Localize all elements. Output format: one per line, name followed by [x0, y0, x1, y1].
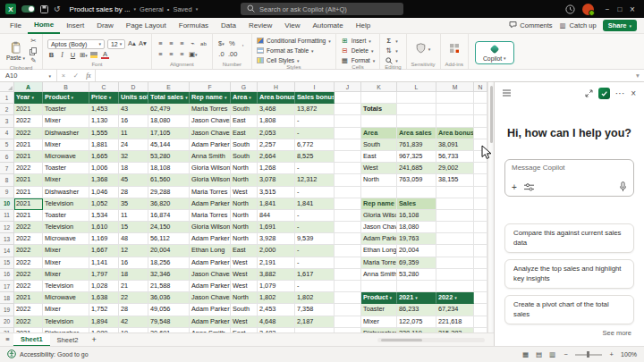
cell-E7[interactable]: 18,108	[148, 163, 190, 174]
cell-J12[interactable]	[335, 222, 361, 233]
cell-A7[interactable]: 2022	[14, 163, 43, 174]
enter-icon[interactable]: ✓	[70, 72, 82, 80]
cut-icon[interactable]: ✂	[30, 37, 38, 46]
cell-K8[interactable]: North	[361, 174, 397, 186]
sheet-tab-sheet2[interactable]: Sheet2	[50, 333, 86, 347]
copilot-input[interactable]: Message Copilot +	[504, 159, 634, 197]
cell-G9[interactable]: West	[231, 187, 258, 198]
cell-J18[interactable]	[335, 292, 361, 304]
cell-M12[interactable]	[436, 222, 474, 233]
cell-I16[interactable]: 1,617	[295, 269, 335, 281]
cell-F4[interactable]: Jason Chavez	[190, 128, 231, 139]
cell-D16[interactable]: 18	[119, 269, 148, 281]
cell-H16[interactable]: 3,882	[258, 269, 295, 281]
cell-E19[interactable]: 49,056	[148, 304, 190, 316]
cell-K18[interactable]: Product	[361, 292, 397, 304]
cell-N9[interactable]	[474, 187, 487, 198]
cell-L2[interactable]	[397, 104, 436, 115]
cell-D4[interactable]: 11	[119, 128, 148, 139]
cell-L14[interactable]: 20,004	[397, 245, 436, 257]
cell-D18[interactable]: 22	[119, 292, 148, 304]
row-header-16[interactable]: 16	[0, 269, 14, 281]
cell-H5[interactable]: 2,257	[258, 139, 295, 151]
cell-F16[interactable]: Jason Chavez	[190, 269, 231, 281]
cell-H2[interactable]: 3,468	[258, 104, 295, 115]
cell-N8[interactable]	[474, 174, 487, 186]
cell-F10[interactable]: Adam Parker	[190, 198, 231, 210]
sort-filter-icon[interactable]: ⇅	[385, 46, 393, 55]
autosave-toggle[interactable]	[21, 5, 35, 13]
cell-I6[interactable]: 8,525	[295, 151, 335, 163]
column-header-C[interactable]: C	[89, 82, 119, 92]
align-center-icon[interactable]: ≡	[167, 50, 175, 59]
formula-input[interactable]	[95, 70, 631, 81]
format-painter-icon[interactable]: ✎	[30, 56, 38, 65]
cell-N18[interactable]	[474, 292, 487, 304]
cell-G5[interactable]: South	[231, 139, 258, 151]
cell-G20[interactable]: West	[231, 316, 258, 328]
cell-M19[interactable]: 67,234	[436, 304, 474, 316]
cell-E11[interactable]: 16,874	[148, 210, 190, 222]
cell-C1[interactable]: Price	[89, 92, 119, 104]
cell-K12[interactable]: Jason Chavez	[361, 222, 397, 233]
merge-center-icon[interactable]: ▣▾	[189, 50, 198, 59]
cell-K4[interactable]: Area	[361, 128, 397, 139]
cell-J8[interactable]	[335, 174, 361, 186]
cell-E15[interactable]: 18,256	[148, 257, 190, 269]
cell-K2[interactable]: Totals	[361, 104, 397, 115]
save-icon[interactable]	[40, 5, 48, 13]
cell-A8[interactable]: 2021	[14, 174, 43, 186]
cell-A14[interactable]: 2022	[14, 245, 43, 257]
cancel-icon[interactable]: ×	[57, 72, 70, 80]
tune-icon[interactable]	[524, 183, 534, 191]
copilot-button[interactable]: Copilot▾	[475, 41, 514, 64]
row-header-11[interactable]: 11	[0, 210, 14, 222]
cell-L1[interactable]	[397, 92, 436, 104]
cell-A6[interactable]: 2021	[14, 151, 43, 163]
cell-I4[interactable]: -	[295, 128, 335, 139]
cell-J20[interactable]	[335, 316, 361, 328]
cell-F18[interactable]: Jason Chavez	[190, 292, 231, 304]
align-right-icon[interactable]: ≡	[178, 50, 186, 59]
cell-H7[interactable]: 1,268	[258, 163, 295, 174]
column-header-H[interactable]: H	[258, 82, 295, 92]
tab-insert[interactable]: Insert	[60, 18, 90, 34]
cell-K6[interactable]: East	[361, 151, 397, 163]
cell-B17[interactable]: Television	[43, 281, 89, 292]
cell-E9[interactable]: 29,288	[148, 187, 190, 198]
cell-F19[interactable]: Adam Parker	[190, 304, 231, 316]
cell-G14[interactable]: East	[231, 245, 258, 257]
cell-F14[interactable]: Ethan Long	[190, 245, 231, 257]
cell-K1[interactable]	[361, 92, 397, 104]
cell-D17[interactable]: 21	[119, 281, 148, 292]
share-button[interactable]: Share ▾	[603, 20, 637, 31]
cell-K7[interactable]: West	[361, 163, 397, 174]
cell-L13[interactable]: 19,763	[397, 233, 436, 245]
sheet-tab-sheet1[interactable]: Sheet1	[13, 333, 50, 347]
cell-M18[interactable]: 2022	[436, 292, 474, 304]
cell-B14[interactable]: Mixer	[43, 245, 89, 257]
format-cells-button[interactable]: ▦Format▾	[341, 56, 375, 64]
cell-H18[interactable]: 1,802	[258, 292, 295, 304]
cell-B2[interactable]: Toaster	[43, 104, 89, 115]
cell-K9[interactable]	[361, 187, 397, 198]
cell-L19[interactable]: 86,233	[397, 304, 436, 316]
cell-C18[interactable]: 1,638	[89, 292, 119, 304]
cell-N14[interactable]	[474, 245, 487, 257]
row-header-20[interactable]: 20	[0, 316, 14, 328]
cell-K15[interactable]: Maria Torres	[361, 257, 397, 269]
tab-data[interactable]: Data	[215, 18, 242, 34]
cell-styles-button[interactable]: Cell Styles▾	[257, 56, 300, 64]
cell-A11[interactable]: 2021	[14, 210, 43, 222]
cell-E4[interactable]: 17,105	[148, 128, 190, 139]
cell-C14[interactable]: 1,667	[89, 245, 119, 257]
cell-I2[interactable]: 13,872	[295, 104, 335, 115]
cell-B1[interactable]: Product	[43, 92, 89, 104]
cell-G11[interactable]: North	[231, 210, 258, 222]
tab-file[interactable]: File	[4, 18, 28, 34]
cell-L5[interactable]: 761,839	[397, 139, 436, 151]
cell-A4[interactable]: 2022	[14, 128, 43, 139]
cell-N7[interactable]	[474, 163, 487, 174]
cell-F20[interactable]: Adam Parker	[190, 316, 231, 328]
cell-D6[interactable]: 32	[119, 151, 148, 163]
